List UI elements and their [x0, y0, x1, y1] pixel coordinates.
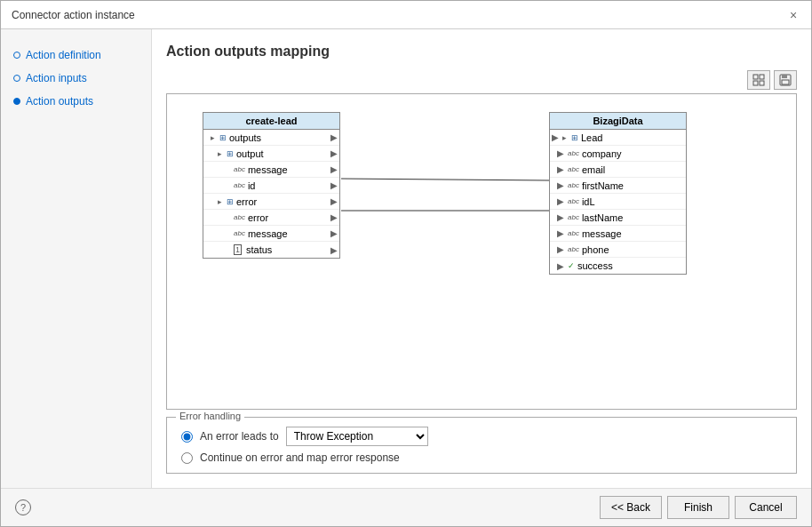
type-icon-error-group: ⊞: [227, 197, 234, 206]
error-option1-radio[interactable]: [181, 431, 193, 443]
error-option1-row: An error leads to Throw Exception Log an…: [181, 427, 782, 446]
arrow-error-field: ▶: [330, 212, 338, 222]
target-row-lastname: ▶ abc lastName: [550, 210, 686, 226]
close-button[interactable]: ×: [786, 8, 800, 22]
target-row-firstname: ▶ abc firstName: [550, 178, 686, 194]
label-error-field: error: [248, 212, 268, 223]
type-icon-output: ⊞: [227, 149, 234, 158]
arrow-error-group: ▶: [330, 196, 338, 206]
target-entity-rows: ▶ ▸ ⊞ Lead ▶ abc company: [550, 130, 686, 274]
target-row-success: ▶ ✓ success: [550, 258, 686, 274]
layout-icon: [752, 74, 765, 86]
arrow-left-message: ▶: [557, 228, 564, 238]
label-status: status: [246, 244, 272, 255]
type-icon-status: 1: [234, 244, 242, 255]
error-handling-legend: Error handling: [176, 411, 244, 421]
svg-line-7: [341, 179, 549, 180]
type-icon-firstname: abc: [568, 181, 579, 189]
type-icon-message1: abc: [234, 165, 245, 173]
target-entity-box: BizagiData ▶ ▸ ⊞ Lead ▶: [549, 112, 687, 275]
save-button[interactable]: [774, 70, 797, 90]
main-panel: Action outputs mapping: [152, 29, 811, 488]
arrow-left-lead: ▶: [552, 132, 559, 142]
label-company: company: [582, 148, 622, 159]
sidebar-item-action-inputs[interactable]: Action inputs: [10, 70, 142, 86]
sidebar-label-action-definition: Action definition: [26, 49, 101, 61]
label-lead: Lead: [581, 132, 602, 143]
help-button[interactable]: ?: [15, 499, 31, 515]
footer: ? << Back Finish Cancel: [1, 488, 811, 526]
type-icon-email: abc: [568, 165, 579, 173]
source-row-error-field: abc error ▶: [203, 210, 339, 226]
page-title: Action outputs mapping: [166, 44, 797, 60]
back-button[interactable]: << Back: [600, 496, 662, 519]
target-row-email: ▶ abc email: [550, 162, 686, 178]
target-row-lead: ▶ ▸ ⊞ Lead: [550, 130, 686, 146]
type-icon-target-message: abc: [568, 229, 579, 237]
svg-rect-5: [782, 75, 787, 78]
arrow-left-firstname: ▶: [557, 180, 564, 190]
type-icon-idl: abc: [568, 197, 579, 205]
source-row-message2: abc message ▶: [203, 226, 339, 242]
content-area: Action definition Action inputs Action o…: [1, 29, 811, 488]
type-icon-company: abc: [568, 149, 579, 157]
error-option2-radio[interactable]: [181, 452, 193, 464]
mapping-toolbar: [166, 70, 797, 90]
arrow-status: ▶: [330, 245, 338, 255]
type-icon-error-field: abc: [234, 213, 245, 221]
label-lastname: lastName: [582, 212, 623, 223]
cancel-button[interactable]: Cancel: [735, 496, 797, 519]
type-icon-outputs: ⊞: [219, 133, 227, 142]
svg-rect-2: [753, 81, 758, 85]
sidebar-item-action-definition[interactable]: Action definition: [10, 47, 142, 63]
source-row-outputs: ▸ ⊞ outputs ▶: [203, 130, 339, 146]
source-entity-box: create-lead ▸ ⊞ outputs ▶ ▸: [203, 112, 340, 259]
label-target-message: message: [582, 228, 622, 239]
label-error-group: error: [236, 196, 257, 207]
source-row-id: abc id ▶: [203, 178, 339, 194]
arrow-left-success: ▶: [557, 261, 564, 271]
type-icon-success: ✓: [568, 261, 575, 270]
expand-output: ▸: [218, 149, 227, 158]
arrow-left-company: ▶: [557, 148, 564, 158]
label-outputs: outputs: [229, 132, 261, 143]
target-row-message: ▶ abc message: [550, 226, 686, 242]
error-dropdown[interactable]: Throw Exception Log and Continue: [286, 427, 428, 446]
label-success: success: [577, 260, 613, 271]
dialog-title: Connector action instance: [12, 9, 135, 21]
arrow-left-idl: ▶: [557, 196, 564, 206]
layout-button[interactable]: [747, 70, 770, 90]
label-email: email: [582, 164, 605, 175]
source-row-status: 1 status ▶: [203, 242, 339, 258]
sidebar-dot-action-inputs: [13, 75, 20, 82]
finish-button[interactable]: Finish: [667, 496, 729, 519]
target-row-idl: ▶ abc idL: [550, 194, 686, 210]
label-message1: message: [248, 164, 288, 175]
arrow-left-phone: ▶: [557, 244, 564, 254]
label-idl: idL: [582, 196, 595, 207]
svg-rect-0: [753, 75, 758, 79]
expand-error-group: ▸: [218, 197, 227, 206]
save-icon: [779, 74, 792, 86]
error-option2-label: Continue on error and map error response: [200, 451, 400, 464]
arrow-left-email: ▶: [557, 164, 564, 174]
source-entity-header: create-lead: [203, 113, 339, 130]
sidebar-dot-action-outputs: [13, 98, 20, 105]
error-option1-label: An error leads to: [200, 430, 279, 443]
label-message2: message: [248, 228, 288, 239]
mapping-canvas: create-lead ▸ ⊞ outputs ▶ ▸: [167, 94, 796, 409]
sidebar-dot-action-definition: [13, 52, 20, 59]
dialog: Connector action instance × Action defin…: [0, 0, 812, 527]
label-id: id: [248, 180, 256, 191]
arrow-output: ▶: [330, 148, 338, 158]
target-row-company: ▶ abc company: [550, 146, 686, 162]
source-row-output: ▸ ⊞ output ▶: [203, 146, 339, 162]
arrow-left-lastname: ▶: [557, 212, 564, 222]
target-row-phone: ▶ abc phone: [550, 242, 686, 258]
source-entity-rows: ▸ ⊞ outputs ▶ ▸ ⊞ output ▶: [203, 130, 339, 258]
svg-rect-1: [760, 75, 764, 79]
title-bar: Connector action instance ×: [1, 1, 811, 29]
sidebar-item-action-outputs[interactable]: Action outputs: [10, 93, 142, 109]
label-firstname: firstName: [582, 180, 624, 191]
svg-rect-3: [760, 81, 764, 85]
